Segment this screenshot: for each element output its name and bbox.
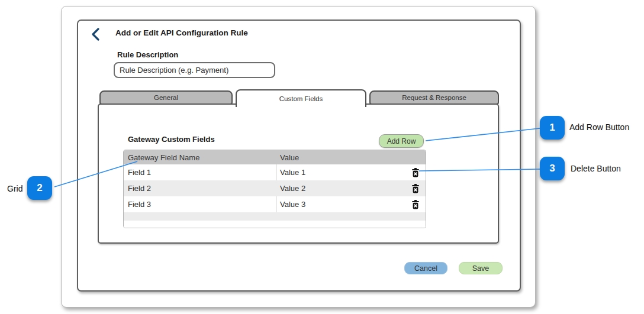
callout-badge-3-number: 3 xyxy=(549,163,555,174)
grid-cell-field: Field 1 xyxy=(124,168,276,177)
custom-fields-tab-panel: Gateway Custom Fields Add Row Gateway Fi… xyxy=(98,103,499,244)
cancel-button-label: Cancel xyxy=(414,264,437,273)
grid-cell-field: Field 2 xyxy=(124,184,276,193)
save-button[interactable]: Save xyxy=(459,262,503,274)
gateway-custom-fields-grid[interactable]: Gateway Field Name Value Field 1 Value 1 xyxy=(123,150,426,228)
chevron-left-icon xyxy=(90,33,103,43)
grid-cell-value: Value 2 xyxy=(276,184,426,193)
cancel-button[interactable]: Cancel xyxy=(404,262,447,274)
delete-row-button[interactable] xyxy=(411,184,420,193)
rule-description-label: Rule Description xyxy=(117,50,178,59)
save-button-label: Save xyxy=(472,264,490,273)
delete-row-button[interactable] xyxy=(411,168,420,177)
callout-label-add-row-button: Add Row Button xyxy=(569,122,629,132)
tab-general-label: General xyxy=(154,94,178,101)
tab-general[interactable]: General xyxy=(99,90,233,105)
grid-row: Field 2 Value 2 xyxy=(124,180,426,196)
grid-header-row: Gateway Field Name Value xyxy=(124,150,426,164)
dialog-title: Add or Edit API Configuration Rule xyxy=(115,28,248,37)
callout-badge-2: 2 xyxy=(27,176,52,200)
grid-cell-value: Value 3 xyxy=(276,200,426,209)
tab-request-response[interactable]: Request & Response xyxy=(369,90,499,105)
trash-icon xyxy=(411,170,420,179)
tab-request-response-label: Request & Response xyxy=(402,94,466,101)
callout-label-delete-button: Delete Button xyxy=(571,164,621,173)
grid-cell-field: Field 3 xyxy=(124,200,276,209)
rule-description-input[interactable] xyxy=(114,62,275,78)
grid-row: Field 3 Value 3 xyxy=(124,196,426,212)
back-button[interactable] xyxy=(90,27,103,41)
add-row-button[interactable]: Add Row xyxy=(379,134,424,148)
callout-badge-1-number: 1 xyxy=(549,122,555,134)
grid-cell-value: Value 1 xyxy=(276,168,426,177)
grid-empty-row xyxy=(124,221,426,228)
gateway-custom-fields-heading: Gateway Custom Fields xyxy=(128,135,215,144)
tab-custom-fields-label: Custom Fields xyxy=(279,95,323,102)
callout-label-grid: Grid xyxy=(7,184,22,193)
column-header-value: Value xyxy=(276,153,426,162)
callout-badge-1: 1 xyxy=(540,116,565,140)
callout-badge-3: 3 xyxy=(540,157,565,180)
grid-row: Field 1 Value 1 xyxy=(124,164,426,180)
trash-icon xyxy=(411,186,420,195)
tab-custom-fields[interactable]: Custom Fields xyxy=(236,89,366,107)
add-row-button-label: Add Row xyxy=(387,137,416,145)
screenshot-canvas: Add or Edit API Configuration Rule Rule … xyxy=(0,0,644,314)
api-configuration-rule-dialog: Add or Edit API Configuration Rule Rule … xyxy=(77,20,521,292)
trash-icon xyxy=(411,202,420,211)
column-header-gateway-field-name: Gateway Field Name xyxy=(124,153,276,162)
delete-row-button[interactable] xyxy=(411,200,420,209)
grid-empty-row xyxy=(124,212,426,221)
callout-badge-2-number: 2 xyxy=(37,182,42,194)
